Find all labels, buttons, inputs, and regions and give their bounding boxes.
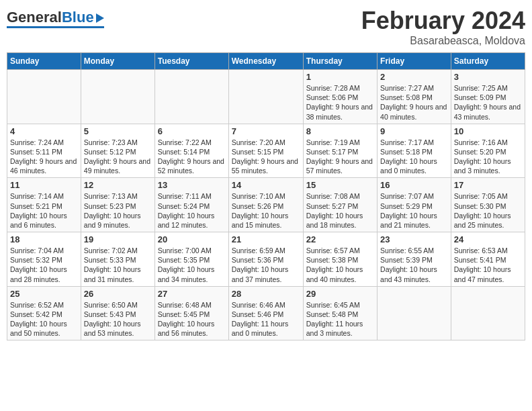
day-info: Sunrise: 7:28 AM Sunset: 5:06 PM Dayligh… (306, 83, 374, 122)
day-number: 14 (232, 180, 300, 190)
calendar-cell: 5Sunrise: 7:23 AM Sunset: 5:12 PM Daylig… (81, 124, 154, 178)
day-info: Sunrise: 7:07 AM Sunset: 5:29 PM Dayligh… (380, 191, 448, 230)
day-number: 3 (454, 72, 522, 82)
day-number: 10 (454, 126, 522, 136)
calendar-cell (7, 70, 81, 124)
day-number: 15 (306, 180, 374, 190)
calendar-body: 1Sunrise: 7:28 AM Sunset: 5:06 PM Daylig… (7, 70, 525, 340)
calendar-cell: 27Sunrise: 6:48 AM Sunset: 5:45 PM Dayli… (154, 286, 228, 340)
day-info: Sunrise: 6:46 AM Sunset: 5:46 PM Dayligh… (232, 300, 300, 338)
calendar-cell: 9Sunrise: 7:17 AM Sunset: 5:18 PM Daylig… (378, 124, 451, 178)
calendar-cell: 11Sunrise: 7:14 AM Sunset: 5:21 PM Dayli… (7, 178, 81, 232)
day-info: Sunrise: 7:11 AM Sunset: 5:24 PM Dayligh… (158, 191, 226, 230)
header-day: Monday (81, 53, 154, 70)
day-number: 22 (306, 234, 374, 244)
calendar-week-row: 4Sunrise: 7:24 AM Sunset: 5:11 PM Daylig… (7, 124, 525, 178)
calendar-cell (228, 70, 303, 124)
day-number: 2 (380, 72, 448, 82)
calendar-cell (154, 70, 228, 124)
day-number: 1 (306, 72, 374, 82)
calendar-cell: 16Sunrise: 7:07 AM Sunset: 5:29 PM Dayli… (378, 178, 451, 232)
calendar-cell: 18Sunrise: 7:04 AM Sunset: 5:32 PM Dayli… (7, 232, 81, 287)
calendar-cell: 23Sunrise: 6:55 AM Sunset: 5:39 PM Dayli… (378, 232, 451, 287)
day-number: 20 (158, 234, 226, 244)
calendar-cell: 17Sunrise: 7:05 AM Sunset: 5:30 PM Dayli… (451, 178, 525, 232)
calendar-week-row: 18Sunrise: 7:04 AM Sunset: 5:32 PM Dayli… (7, 232, 525, 287)
day-info: Sunrise: 7:23 AM Sunset: 5:12 PM Dayligh… (84, 138, 152, 176)
day-info: Sunrise: 7:19 AM Sunset: 5:17 PM Dayligh… (306, 138, 374, 176)
calendar-cell: 13Sunrise: 7:11 AM Sunset: 5:24 PM Dayli… (154, 178, 228, 232)
calendar-cell: 19Sunrise: 7:02 AM Sunset: 5:33 PM Dayli… (81, 232, 154, 287)
day-number: 5 (84, 126, 152, 136)
day-info: Sunrise: 6:55 AM Sunset: 5:39 PM Dayligh… (380, 246, 448, 284)
calendar-cell: 28Sunrise: 6:46 AM Sunset: 5:46 PM Dayli… (228, 286, 303, 340)
logo-arrow-icon (96, 13, 104, 23)
day-info: Sunrise: 6:52 AM Sunset: 5:42 PM Dayligh… (10, 300, 78, 338)
calendar-cell: 15Sunrise: 7:08 AM Sunset: 5:27 PM Dayli… (303, 178, 377, 232)
month-title: February 2024 (361, 7, 525, 35)
location-subtitle: Basarabeasca, Moldova (361, 35, 525, 47)
day-info: Sunrise: 7:08 AM Sunset: 5:27 PM Dayligh… (306, 191, 374, 230)
calendar-cell: 6Sunrise: 7:22 AM Sunset: 5:14 PM Daylig… (154, 124, 228, 178)
calendar-cell: 4Sunrise: 7:24 AM Sunset: 5:11 PM Daylig… (7, 124, 81, 178)
calendar-cell: 20Sunrise: 7:00 AM Sunset: 5:35 PM Dayli… (154, 232, 228, 287)
calendar-cell: 29Sunrise: 6:45 AM Sunset: 5:48 PM Dayli… (303, 286, 377, 340)
day-info: Sunrise: 7:25 AM Sunset: 5:09 PM Dayligh… (454, 83, 522, 122)
calendar-cell: 12Sunrise: 7:13 AM Sunset: 5:23 PM Dayli… (81, 178, 154, 232)
calendar-week-row: 11Sunrise: 7:14 AM Sunset: 5:21 PM Dayli… (7, 178, 525, 232)
calendar-cell: 1Sunrise: 7:28 AM Sunset: 5:06 PM Daylig… (303, 70, 377, 124)
logo-underline (7, 26, 104, 28)
day-info: Sunrise: 7:22 AM Sunset: 5:14 PM Dayligh… (158, 138, 226, 176)
day-info: Sunrise: 7:17 AM Sunset: 5:18 PM Dayligh… (380, 138, 448, 176)
calendar-cell: 7Sunrise: 7:20 AM Sunset: 5:15 PM Daylig… (228, 124, 303, 178)
day-info: Sunrise: 6:59 AM Sunset: 5:36 PM Dayligh… (232, 246, 300, 284)
calendar-cell (451, 286, 525, 340)
day-number: 27 (158, 289, 226, 299)
calendar-cell: 8Sunrise: 7:19 AM Sunset: 5:17 PM Daylig… (303, 124, 377, 178)
logo-blue: Blue (62, 9, 94, 26)
day-number: 25 (10, 289, 78, 299)
calendar-table: SundayMondayTuesdayWednesdayThursdayFrid… (7, 52, 525, 340)
calendar-cell: 26Sunrise: 6:50 AM Sunset: 5:43 PM Dayli… (81, 286, 154, 340)
calendar-cell: 14Sunrise: 7:10 AM Sunset: 5:26 PM Dayli… (228, 178, 303, 232)
calendar-cell: 24Sunrise: 6:53 AM Sunset: 5:41 PM Dayli… (451, 232, 525, 287)
calendar-week-row: 25Sunrise: 6:52 AM Sunset: 5:42 PM Dayli… (7, 286, 525, 340)
logo: GeneralBlue (7, 7, 104, 28)
day-number: 26 (84, 289, 152, 299)
day-info: Sunrise: 6:50 AM Sunset: 5:43 PM Dayligh… (84, 300, 152, 338)
day-info: Sunrise: 6:57 AM Sunset: 5:38 PM Dayligh… (306, 246, 374, 284)
page-header: GeneralBlue February 2024 Basarabeasca, … (7, 7, 525, 47)
day-number: 7 (232, 126, 300, 136)
day-info: Sunrise: 6:48 AM Sunset: 5:45 PM Dayligh… (158, 300, 226, 338)
header-day: Tuesday (154, 53, 228, 70)
day-info: Sunrise: 7:05 AM Sunset: 5:30 PM Dayligh… (454, 191, 522, 230)
day-info: Sunrise: 7:02 AM Sunset: 5:33 PM Dayligh… (84, 246, 152, 284)
day-number: 24 (454, 234, 522, 244)
day-number: 19 (84, 234, 152, 244)
day-number: 12 (84, 180, 152, 190)
calendar-cell: 21Sunrise: 6:59 AM Sunset: 5:36 PM Dayli… (228, 232, 303, 287)
day-number: 9 (380, 126, 448, 136)
day-number: 4 (10, 126, 78, 136)
day-number: 13 (158, 180, 226, 190)
day-number: 11 (10, 180, 78, 190)
calendar-cell (81, 70, 154, 124)
day-number: 21 (232, 234, 300, 244)
day-number: 16 (380, 180, 448, 190)
day-info: Sunrise: 6:45 AM Sunset: 5:48 PM Dayligh… (306, 300, 374, 338)
day-number: 28 (232, 289, 300, 299)
day-info: Sunrise: 7:04 AM Sunset: 5:32 PM Dayligh… (10, 246, 78, 284)
day-number: 18 (10, 234, 78, 244)
day-number: 17 (454, 180, 522, 190)
day-info: Sunrise: 7:27 AM Sunset: 5:08 PM Dayligh… (380, 83, 448, 122)
calendar-cell: 10Sunrise: 7:16 AM Sunset: 5:20 PM Dayli… (451, 124, 525, 178)
day-number: 29 (306, 289, 374, 299)
header-row: SundayMondayTuesdayWednesdayThursdayFrid… (7, 53, 525, 70)
header-day: Wednesday (228, 53, 303, 70)
day-number: 23 (380, 234, 448, 244)
calendar-week-row: 1Sunrise: 7:28 AM Sunset: 5:06 PM Daylig… (7, 70, 525, 124)
day-info: Sunrise: 7:10 AM Sunset: 5:26 PM Dayligh… (232, 191, 300, 230)
logo-general: General (7, 9, 62, 26)
calendar-cell: 3Sunrise: 7:25 AM Sunset: 5:09 PM Daylig… (451, 70, 525, 124)
day-number: 8 (306, 126, 374, 136)
